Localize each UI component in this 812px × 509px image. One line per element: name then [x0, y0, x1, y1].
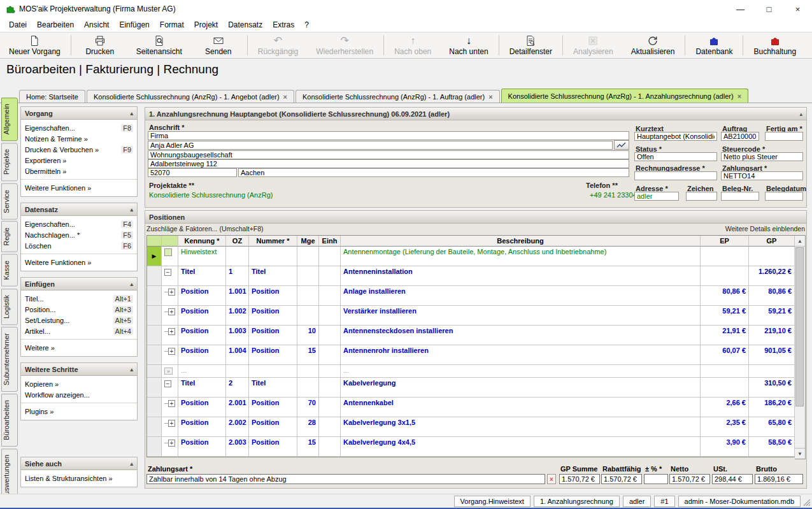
table-row[interactable]: + Position 2.002 Position 28 Kabelverleg…	[147, 417, 795, 437]
status-field[interactable]	[634, 152, 717, 161]
row-selector[interactable]	[147, 365, 162, 378]
panel-datensatz-header[interactable]: Datensatz ▴	[21, 203, 137, 216]
cell-gp[interactable]: 80,86 €	[749, 286, 795, 306]
cell-mge[interactable]: 15	[297, 437, 319, 457]
menu-datensatz[interactable]: Datensatz	[223, 18, 267, 31]
cell-ep[interactable]: 3,90 €	[701, 437, 749, 457]
module-tab-regie[interactable]: Regie	[1, 221, 18, 252]
weitere-details-link[interactable]: Weitere Details einblenden	[725, 225, 805, 234]
toolbar-nach-unten[interactable]: ↓ Nach unten	[440, 32, 497, 58]
table-row[interactable]: + Position 1.002 Position Verstärker ins…	[147, 306, 795, 326]
cell-gp[interactable]	[749, 365, 795, 378]
cell-nummer[interactable]: Position	[249, 417, 297, 437]
cell-einh[interactable]	[319, 398, 341, 417]
cell-mge[interactable]: 28	[297, 417, 319, 437]
module-tab-logistik[interactable]: Logistik	[1, 289, 18, 325]
cell-oz[interactable]: 1.004	[226, 345, 249, 365]
maximize-button[interactable]: □	[755, 0, 783, 18]
ort-field[interactable]	[238, 168, 629, 177]
sidebar-item-listen-strukturansichten[interactable]: Listen & Strukturansichten »	[21, 473, 137, 484]
cell-einh[interactable]	[319, 365, 341, 378]
cell-nummer[interactable]: Position	[249, 306, 297, 326]
cell-kennung[interactable]: Position	[178, 326, 226, 345]
col-gp[interactable]: GP	[749, 236, 795, 247]
cell-beschreibung[interactable]: Antennenrohr installieren	[341, 345, 701, 365]
cell-beschreibung[interactable]: Antenneninstallation	[341, 266, 701, 286]
cell-ep[interactable]: 80,86 €	[701, 286, 749, 306]
tab-angebot[interactable]: Konsolidierte Schlussrechnung (AnzRg) - …	[87, 90, 294, 103]
tree-collapse-icon[interactable]: −	[164, 380, 171, 387]
cell-beschreibung[interactable]: Kabelverlegung 3x1,5	[341, 417, 701, 437]
sidebar-item-plugins[interactable]: Plugins »	[21, 406, 137, 417]
cell-nummer[interactable]	[249, 247, 297, 266]
cell-oz[interactable]: 2.002	[226, 417, 249, 437]
cell-mge[interactable]	[297, 365, 319, 378]
cell-nummer[interactable]: Titel	[249, 266, 297, 286]
col-beschreibung[interactable]: Beschreibung	[341, 236, 701, 247]
table-row[interactable]: + Position 2.001 Position 70 Antennenkab…	[147, 398, 795, 417]
cell-mge[interactable]	[297, 266, 319, 286]
row-tree-cell[interactable]: +	[162, 326, 178, 345]
row-tree-cell[interactable]: −	[162, 266, 178, 286]
cell-einh[interactable]	[319, 417, 341, 437]
cell-ep[interactable]: 59,21 €	[701, 306, 749, 326]
projektakte-link[interactable]: Konsolidierte Schlussrechnung (AnzRg)	[149, 191, 273, 199]
cell-beschreibung[interactable]: Kabelverlegung 4x4,5	[341, 437, 701, 457]
table-row[interactable]: + Position 1.004 Position 15 Antennenroh…	[147, 345, 795, 365]
row-tree-cell[interactable]	[162, 247, 178, 266]
lookup-button[interactable]	[614, 140, 629, 150]
tab-auftrag[interactable]: Konsolidierte Schlussrechnung (AnzRg) - …	[296, 90, 500, 103]
cell-nummer[interactable]: Position	[249, 437, 297, 457]
cell-ep[interactable]	[701, 266, 749, 286]
toolbar-datenbank[interactable]: Datenbank	[687, 32, 741, 58]
sidebar-item-weitere-funktionen[interactable]: Weitere Funktionen »	[21, 182, 137, 193]
row-selector[interactable]	[147, 306, 162, 326]
row-selector[interactable]	[147, 417, 162, 437]
row-selector[interactable]	[147, 378, 162, 398]
menu-projekt[interactable]: Projekt	[189, 18, 223, 31]
cell-einh[interactable]	[319, 345, 341, 365]
row-tree-cell[interactable]: +	[162, 345, 178, 365]
cell-kennung[interactable]: Position	[178, 345, 226, 365]
cell-mge[interactable]	[297, 306, 319, 326]
row-tree-cell[interactable]: +	[162, 398, 178, 417]
module-tab-kasse[interactable]: Kasse	[1, 254, 18, 287]
cell-beschreibung[interactable]: Antennenkabel	[341, 398, 701, 417]
sidebar-item-loeschen[interactable]: LöschenF6	[21, 240, 137, 251]
rechnungsadresse-field[interactable]	[634, 171, 717, 180]
sidebar-item-ds-weitere-funktionen[interactable]: Weitere Funktionen »	[21, 257, 137, 268]
more-icon[interactable]: »	[164, 368, 173, 375]
cell-nummer[interactable]: Position	[249, 286, 297, 306]
cell-mge[interactable]: 70	[297, 398, 319, 417]
cell-oz[interactable]	[226, 365, 249, 378]
row-tree-cell[interactable]: +	[162, 437, 178, 457]
zahlungsart-field[interactable]	[721, 171, 803, 180]
sidebar-item-set-leistung[interactable]: Set/Leistung...Alt+5	[21, 315, 137, 326]
toolbar-drucken[interactable]: Drucken	[73, 32, 127, 58]
sidebar-item-artikel[interactable]: Artikel...Alt+4	[21, 326, 137, 336]
toolbar-neuer-vorgang[interactable]: Neuer Vorgang	[0, 32, 69, 58]
sidebar-item-nachschlagen[interactable]: Nachschlagen... *F5	[21, 229, 137, 240]
module-tab-allgemein[interactable]: Allgemein	[1, 97, 18, 141]
col-kennung[interactable]: Kennung *	[178, 236, 226, 247]
cell-nummer[interactable]: Position	[249, 398, 297, 417]
cell-kennung[interactable]: Position	[178, 417, 226, 437]
table-row[interactable]: − Titel 2 Titel Kabelverlegung 310,50 €	[147, 378, 795, 398]
cell-beschreibung[interactable]: ...	[341, 365, 701, 378]
collapse-icon[interactable]: ▴	[130, 461, 133, 467]
toolbar-detailfenster[interactable]: Detailfenster	[501, 32, 561, 58]
row-tree-cell[interactable]: −	[162, 378, 178, 398]
cell-kennung[interactable]: ...	[178, 365, 226, 378]
anschrift-strasse-field[interactable]	[148, 159, 629, 168]
sidebar-item-titel[interactable]: Titel...Alt+1	[21, 293, 137, 304]
col-nummer[interactable]: Nummer *	[249, 236, 297, 247]
row-selector[interactable]	[147, 286, 162, 306]
row-selector[interactable]	[147, 437, 162, 457]
cell-gp[interactable]: 186,20 €	[749, 398, 795, 417]
cell-beschreibung[interactable]: Verstärker installieren	[341, 306, 701, 326]
toolbar-seitenansicht[interactable]: Seitenansicht	[127, 32, 191, 58]
table-scrollbar[interactable]: ▲ ▼	[795, 235, 806, 459]
anschrift-zusatz-field[interactable]	[148, 150, 629, 159]
sidebar-item-exportieren[interactable]: Exportieren »	[21, 155, 137, 166]
tree-expand-icon[interactable]: +	[168, 400, 175, 407]
